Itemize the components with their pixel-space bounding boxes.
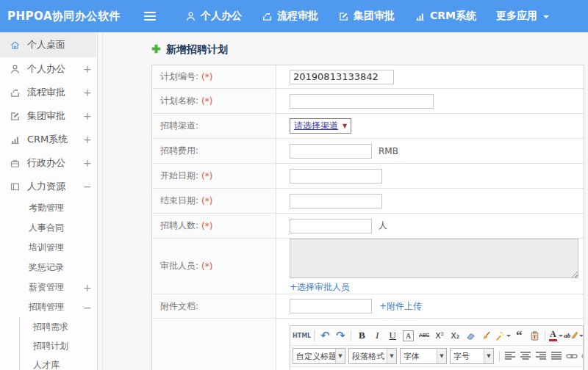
format-brush-icon[interactable] bbox=[478, 328, 493, 343]
bold-button[interactable]: B bbox=[354, 328, 369, 343]
flow-icon bbox=[10, 87, 21, 98]
field-label: 附件文档: bbox=[160, 300, 198, 313]
align-right-icon[interactable] bbox=[534, 349, 548, 363]
select-approver-link[interactable]: +选择审批人员 bbox=[290, 281, 350, 294]
fee-input[interactable] bbox=[290, 144, 372, 159]
sidebar-item-crm[interactable]: CRM系统 + bbox=[0, 128, 96, 151]
user-icon bbox=[185, 11, 196, 22]
underline-button[interactable]: U bbox=[385, 328, 400, 343]
sidebar-item-recruit-mgmt[interactable]: 招聘管理− bbox=[0, 297, 96, 317]
expand-toggle[interactable]: + bbox=[83, 110, 90, 122]
sidebar-hr-submenu: 考勤管理 人事合同 培训管理 奖惩记录 薪资管理+ 招聘管理− 招聘需求 招聘计… bbox=[0, 198, 96, 370]
editor-toolbar-row2: 自定义标题▼ 段落格式▼ 字体▼ 字号▼ bbox=[290, 346, 583, 366]
font-family-select[interactable]: 字体▼ bbox=[400, 348, 447, 364]
superscript-button[interactable]: X² bbox=[432, 328, 447, 343]
strikethrough-button[interactable]: ABC bbox=[417, 328, 431, 343]
caret-down-icon bbox=[543, 15, 549, 21]
caret-down-icon: ▼ bbox=[387, 349, 396, 363]
chart-icon bbox=[415, 11, 426, 22]
nav-personal-office[interactable]: 个人办公 bbox=[185, 10, 242, 23]
editor-content-area[interactable] bbox=[290, 366, 583, 370]
form-row-plan-no: 计划编号:(*) bbox=[152, 65, 584, 89]
form-row-start-date: 开始日期:(*) bbox=[152, 164, 584, 189]
expand-toggle[interactable]: + bbox=[83, 63, 90, 75]
align-center-icon[interactable] bbox=[518, 349, 533, 363]
quick-style-icon[interactable] bbox=[494, 328, 511, 343]
undo-button[interactable]: ↶ bbox=[318, 328, 332, 343]
sidebar-scrollbar[interactable] bbox=[97, 32, 103, 370]
sidebar-item-desktop[interactable]: 个人桌面 bbox=[0, 32, 96, 57]
caret-down-icon: ▼ bbox=[335, 349, 345, 363]
expand-toggle[interactable]: + bbox=[83, 282, 90, 294]
nav-more-apps[interactable]: 更多应用 bbox=[496, 10, 549, 23]
field-label: 招聘渠道: bbox=[160, 120, 198, 132]
form-row-channel: 招聘渠道: 请选择渠道 ▼ bbox=[152, 114, 584, 139]
nav-group-approval[interactable]: 集团审批 bbox=[338, 10, 395, 23]
start-date-input[interactable] bbox=[290, 169, 382, 184]
field-label: 招聘人数: bbox=[160, 220, 198, 232]
sidebar-item-rewards[interactable]: 奖惩记录 bbox=[0, 258, 96, 278]
remove-link-icon[interactable] bbox=[580, 349, 583, 363]
main-content: 新增招聘计划 计划编号:(*) 计划名称:(*) 招聘渠道: 请选择渠道 ▼ bbox=[103, 32, 588, 370]
heading-select[interactable]: 自定义标题▼ bbox=[293, 348, 345, 364]
upload-attachment-link[interactable]: +附件上传 bbox=[379, 300, 422, 313]
expand-toggle[interactable]: + bbox=[83, 157, 90, 169]
home-icon bbox=[10, 40, 21, 51]
user-icon bbox=[10, 64, 21, 75]
paragraph-select[interactable]: 段落格式▼ bbox=[348, 348, 397, 364]
sidebar-item-attendance[interactable]: 考勤管理 bbox=[0, 198, 96, 218]
plan-no-input[interactable] bbox=[290, 70, 394, 84]
collapse-toggle[interactable]: − bbox=[83, 302, 90, 313]
field-label: 开始日期: bbox=[160, 170, 198, 182]
italic-button[interactable]: I bbox=[370, 328, 384, 343]
sidebar-item-workflow-approval[interactable]: 流程审批 + bbox=[0, 81, 96, 104]
font-size-select[interactable]: 字号▼ bbox=[450, 348, 494, 364]
fee-unit: RMB bbox=[379, 146, 398, 156]
nav-workflow-approval[interactable]: 流程审批 bbox=[262, 10, 318, 23]
insert-link-icon[interactable] bbox=[564, 349, 579, 363]
sidebar-item-recruit-demand[interactable]: 招聘需求 bbox=[20, 317, 96, 336]
highlight-color-button[interactable]: ab bbox=[564, 328, 583, 343]
sidebar-item-talent-pool[interactable]: 人才库 bbox=[20, 355, 96, 370]
remove-format-button[interactable]: A bbox=[403, 330, 414, 341]
menu-toggle-icon[interactable] bbox=[144, 12, 156, 21]
chart-icon bbox=[10, 134, 21, 145]
rich-text-editor: HTML ↶ ↷ B I U A ABC X² X₂ bbox=[290, 325, 584, 370]
blockquote-button[interactable]: “ bbox=[512, 328, 526, 343]
headcount-input[interactable] bbox=[290, 219, 372, 233]
expand-toggle[interactable]: + bbox=[83, 134, 90, 145]
plan-name-input[interactable] bbox=[290, 94, 434, 109]
sidebar-item-recruit-plan[interactable]: 招聘计划 bbox=[20, 336, 96, 355]
attachment-input[interactable] bbox=[290, 299, 372, 313]
nav-crm-system[interactable]: CRM系统 bbox=[415, 10, 476, 23]
sidebar-item-group-approval[interactable]: 集团审批 + bbox=[0, 104, 96, 128]
eraser-icon[interactable] bbox=[463, 328, 478, 343]
sidebar-item-hr-contract[interactable]: 人事合同 bbox=[0, 218, 96, 238]
edit-icon bbox=[338, 11, 349, 22]
align-left-icon[interactable] bbox=[503, 349, 517, 363]
html-source-button[interactable]: HTML bbox=[293, 328, 311, 343]
end-date-input[interactable] bbox=[290, 194, 382, 208]
font-color-button[interactable]: A bbox=[548, 328, 563, 343]
field-label: 结束日期: bbox=[160, 195, 198, 207]
expand-toggle[interactable]: + bbox=[83, 87, 90, 98]
sidebar-item-personal-office[interactable]: 个人办公 + bbox=[0, 57, 96, 81]
book-icon bbox=[10, 181, 21, 192]
channel-select[interactable]: 请选择渠道 ▼ bbox=[290, 118, 351, 134]
sidebar-item-training[interactable]: 培训管理 bbox=[0, 238, 96, 258]
sidebar-item-hr[interactable]: 人力资源 − bbox=[0, 175, 96, 198]
sidebar-item-salary[interactable]: 薪资管理+ bbox=[0, 278, 96, 297]
approver-textarea[interactable] bbox=[290, 239, 578, 278]
form-row-fee: 招聘费用: RMB bbox=[152, 139, 584, 164]
paste-as-text-icon[interactable]: T bbox=[527, 328, 542, 343]
subscript-button[interactable]: X₂ bbox=[448, 328, 462, 343]
caret-down-icon: ▼ bbox=[437, 349, 446, 363]
form-row-attachment: 附件文档: +附件上传 bbox=[152, 294, 584, 319]
top-navigation: 个人办公 流程审批 集团审批 CRM系统 更多应用 bbox=[185, 10, 549, 23]
svg-text:T: T bbox=[533, 333, 537, 338]
collapse-toggle[interactable]: − bbox=[83, 181, 90, 192]
sidebar-item-admin-office[interactable]: 行政办公 + bbox=[0, 151, 96, 175]
align-justify-icon[interactable] bbox=[549, 349, 564, 363]
required-mark: (*) bbox=[201, 96, 212, 106]
redo-button[interactable]: ↷ bbox=[333, 328, 348, 343]
